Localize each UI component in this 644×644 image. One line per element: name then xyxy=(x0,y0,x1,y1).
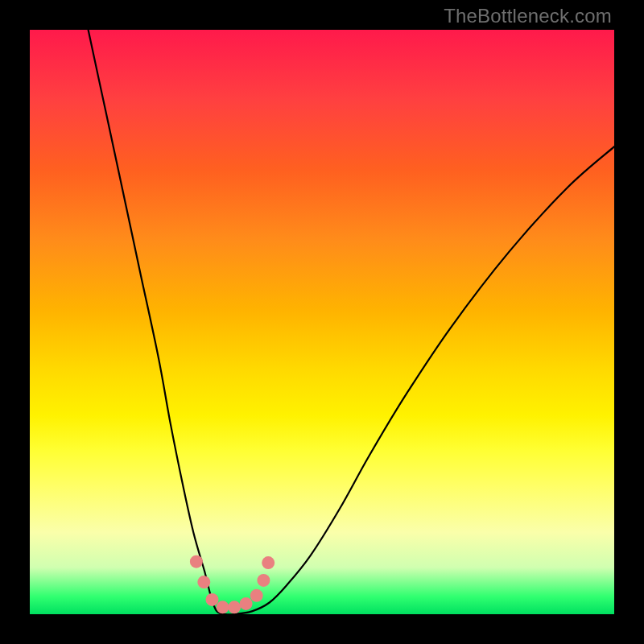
curve-marker xyxy=(257,574,270,587)
curve-marker xyxy=(228,601,241,613)
curve-marker xyxy=(262,556,275,569)
curve-marker xyxy=(190,555,203,568)
curve-marker xyxy=(240,597,253,610)
curve-marker xyxy=(197,576,210,588)
bottleneck-curve xyxy=(89,30,614,614)
curve-marker xyxy=(206,593,219,606)
curve-marker xyxy=(217,601,229,613)
chart-svg xyxy=(30,30,614,614)
watermark-text: TheBottleneck.com xyxy=(444,5,612,27)
chart-plot-area xyxy=(30,30,614,614)
curve-marker xyxy=(250,589,263,602)
